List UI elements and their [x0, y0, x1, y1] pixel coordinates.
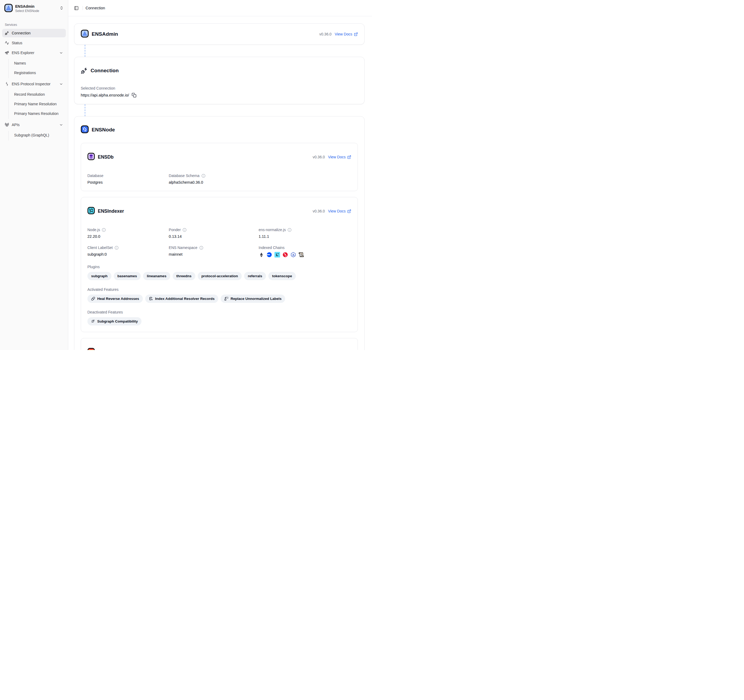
- connection-card: Connection Selected Connection https://a…: [74, 57, 365, 104]
- ensadmin-version: v0.36.0: [319, 32, 332, 36]
- activated-features-label: Activated Features: [88, 287, 351, 292]
- sidebar-item-primary-name-resolution[interactable]: Primary Name Resolution: [9, 100, 66, 108]
- sidebar-item-registrations[interactable]: Registrations: [9, 69, 66, 77]
- ensdb-view-docs-link[interactable]: View Docs: [328, 155, 351, 159]
- ponder-field: Ponder 0.13.14: [169, 228, 259, 238]
- sidebar-item-protocol-inspector[interactable]: ENS Protocol Inspector: [2, 80, 66, 88]
- ensindexer-card: ENSIndexer v0.36.0 View Docs: [81, 197, 358, 332]
- scroll-chain-icon: [298, 252, 304, 258]
- info-icon[interactable]: [183, 228, 186, 232]
- copy-url-button[interactable]: [132, 93, 137, 98]
- sidebar-item-ens-explorer[interactable]: ENS Explorer: [2, 49, 66, 57]
- deactivated-features-list: Subgraph Compatibility: [88, 317, 351, 325]
- connector-line: [85, 104, 85, 116]
- activity-icon: [5, 41, 9, 45]
- main-area: Connection ENSAdmin: [68, 0, 372, 350]
- topbar: Connection: [68, 0, 372, 16]
- ensdb-version: v0.36.0: [312, 155, 325, 159]
- chevron-down-icon: [59, 123, 63, 127]
- services-section-label: Services: [2, 23, 66, 27]
- plugin-badge: threedns: [173, 272, 195, 280]
- radio-tower-icon: [5, 123, 9, 127]
- sidebar-item-apis[interactable]: APIs: [2, 121, 66, 129]
- ensrainbow-card: ENSRainbow v0.36.0 View Docs: [81, 338, 358, 350]
- sidebar-item-primary-names-resolution[interactable]: Primary Names Resolution: [9, 109, 66, 118]
- chevron-down-icon: [59, 51, 63, 55]
- ens-namespace-value: mainnet: [169, 252, 259, 256]
- ensnode-card-title: ENSNode: [92, 127, 115, 133]
- ensnode-card: ENSNode: [74, 116, 365, 350]
- sidebar-item-label: Status: [12, 41, 22, 45]
- ens-normalize-value: 1.11.1: [259, 234, 351, 238]
- ensnode-selector[interactable]: ENSAdmin Select ENSNode: [2, 2, 66, 15]
- plugin-badge: protocol-acceleration: [198, 272, 242, 280]
- info-icon[interactable]: [287, 228, 292, 232]
- nodejs-label: Node.js: [88, 228, 100, 232]
- selected-connection-label: Selected Connection: [81, 86, 358, 90]
- sidebar-item-subgraph-graphql[interactable]: Subgraph (GraphQL): [9, 131, 66, 139]
- sidebar-item-label: APIs: [12, 123, 20, 127]
- deactivated-features-label: Deactivated Features: [88, 310, 351, 314]
- plugin-badge: lineanames: [143, 272, 170, 280]
- ensdb-card-title: ENSDb: [98, 154, 113, 160]
- app-root: ENSAdmin Select ENSNode Services Connect…: [0, 0, 372, 350]
- feature-badge: Index Additional Resolver Records: [145, 295, 218, 303]
- replace-icon: [225, 297, 228, 301]
- sidebar-item-label: Connection: [12, 31, 31, 35]
- base-chain-icon: [266, 252, 272, 258]
- ensadmin-logo-icon: [4, 4, 13, 13]
- ensdb-logo-icon: [88, 153, 95, 161]
- sidebar-toggle-button[interactable]: [73, 4, 80, 12]
- indexed-chains-field: Indexed Chains: [259, 246, 351, 258]
- connection-url: https://api.alpha.ensnode.io/: [81, 93, 129, 97]
- ens-normalize-label: ens-normalize.js: [259, 228, 286, 232]
- protocol-inspector-subtree: Record Resolution Primary Name Resolutio…: [8, 90, 66, 119]
- connector-line: [85, 45, 85, 57]
- app-title: ENSAdmin: [15, 4, 57, 9]
- nodejs-field: Node.js 22.20.0: [88, 228, 169, 238]
- info-icon[interactable]: [201, 174, 205, 178]
- plugin-badge: subgraph: [88, 272, 112, 280]
- client-labelset-value: subgraph:0: [88, 252, 169, 256]
- activated-features-list: Heal Reverse Addresses Index Additional …: [88, 295, 351, 303]
- ensnode-logo-icon: [81, 125, 89, 134]
- connection-card-title: Connection: [91, 68, 119, 74]
- chevrons-up-down-icon: [60, 6, 64, 11]
- ens-mark-icon: [5, 82, 9, 86]
- info-icon[interactable]: [115, 246, 119, 250]
- plugin-badge: basenames: [114, 272, 141, 280]
- info-icon[interactable]: [102, 228, 106, 232]
- ensadmin-view-docs-link[interactable]: View Docs: [335, 32, 358, 36]
- panel-left-icon: [74, 6, 79, 10]
- database-label: Database: [88, 174, 169, 178]
- database-field: Database Postgres: [88, 174, 169, 185]
- ensindexer-view-docs-link[interactable]: View Docs: [328, 209, 351, 213]
- ens-namespace-field: ENS Namespace mainnet: [169, 246, 259, 258]
- ensrainbow-card-title: ENSRainbow: [98, 350, 127, 350]
- plugin-badge: referrals: [244, 272, 266, 280]
- plug-zap-icon: [81, 67, 88, 74]
- sidebar-item-status[interactable]: Status: [2, 39, 66, 47]
- database-plus-icon: [149, 297, 153, 301]
- plugins-label: Plugins: [88, 265, 351, 269]
- telescope-icon: [5, 51, 9, 55]
- database-schema-field: Database Schema alphaSchema0.36.0: [169, 174, 259, 185]
- ens-namespace-label: ENS Namespace: [169, 246, 197, 250]
- app-subtitle: Select ENSNode: [15, 9, 57, 13]
- plugin-badge: tokenscope: [268, 272, 296, 280]
- arbitrum-chain-icon: [290, 252, 296, 258]
- sidebar: ENSAdmin Select ENSNode Services Connect…: [0, 0, 68, 350]
- sidebar-item-record-resolution[interactable]: Record Resolution: [9, 90, 66, 98]
- sidebar-item-names[interactable]: Names: [9, 59, 66, 67]
- info-icon[interactable]: [199, 246, 203, 250]
- database-schema-value: alphaSchema0.36.0: [169, 180, 259, 185]
- sidebar-item-connection[interactable]: Connection: [2, 29, 66, 37]
- breadcrumb: Connection: [86, 6, 105, 10]
- sidebar-nav: Connection Status ENS Explorer Names Reg…: [2, 29, 66, 142]
- client-labelset-label: Client LabelSet: [88, 246, 113, 250]
- plugins-list: subgraph basenames lineanames threedns p…: [88, 272, 351, 280]
- ponder-label: Ponder: [169, 228, 181, 232]
- apis-subtree: Subgraph (GraphQL): [8, 131, 66, 140]
- external-link-icon: [347, 155, 351, 159]
- sidebar-item-label: ENS Explorer: [12, 51, 34, 55]
